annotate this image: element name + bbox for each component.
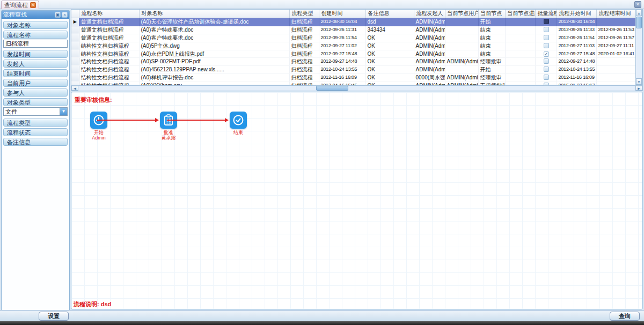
window-close-icon[interactable]: × <box>634 1 641 8</box>
settings-button[interactable]: 设置 <box>39 312 69 321</box>
batch-checkbox[interactable] <box>544 27 549 32</box>
cell: 2012-09-27 14:48 <box>557 57 596 65</box>
cell: OK <box>365 65 414 73</box>
tab-label: 查询流程 <box>4 1 28 9</box>
cell <box>505 65 535 73</box>
batch-checkbox[interactable] <box>544 67 549 72</box>
cell: 结束 <box>478 26 505 34</box>
cell: 2012-09-26 11:31 <box>319 26 365 34</box>
batch-checkbox-cell <box>535 57 557 65</box>
cell: 2012-09-27 15:48 <box>557 50 596 57</box>
query-button[interactable]: 查询 <box>610 312 640 321</box>
row-marker <box>71 57 79 65</box>
filter-process-type[interactable]: 流程类型 <box>3 119 68 127</box>
filter-process-status[interactable]: 流程状态 <box>3 128 68 136</box>
col-header-process-type[interactable]: 流程类型 <box>289 10 319 18</box>
scroll-left-icon[interactable]: ◀ <box>71 86 78 91</box>
col-header-node-user[interactable]: 当前节点用户 <box>445 10 478 18</box>
process-description: 流程说明: dsd <box>74 300 111 308</box>
cell: 开始 <box>478 18 505 26</box>
filter-participant[interactable]: 参与人 <box>3 88 68 97</box>
cell <box>505 18 535 26</box>
col-header-current-node[interactable]: 当前节点 <box>478 10 505 18</box>
batch-checkbox-cell: ✓ <box>535 50 557 57</box>
cell: 归档流程 <box>289 73 319 82</box>
table-row[interactable]: 普通文档归档流程(A0)客户特殊要求.doc归档流程2012-09-26 11:… <box>71 34 636 42</box>
table-vertical-scrollbar[interactable]: ▲ ▼ <box>635 9 642 85</box>
cell: 结构性文档归档流程 <box>79 42 139 50</box>
cell: OK <box>365 73 414 82</box>
col-header-initiator[interactable]: 流程发起人 <box>414 10 445 18</box>
filter-initiator[interactable]: 发起人 <box>3 60 68 68</box>
col-header-object-name[interactable]: 对象名称 <box>139 10 289 18</box>
object-type-selected-value: 文件 <box>4 108 60 115</box>
cell: 0000(周永强) <box>414 73 445 82</box>
table-row[interactable]: 结构性文档归档流程(A0)5P主体.dwg归档流程2012-09-27 11:0… <box>71 42 636 50</box>
flow-node-approve[interactable]: 批准 黄承露 <box>147 112 190 141</box>
process-name-input[interactable] <box>3 40 68 48</box>
table-row[interactable]: 结构性文档归档流程(A0)4562128.129PPAP new.xls....… <box>71 65 636 73</box>
col-header-end-time[interactable]: 流程结束时间 <box>596 10 636 18</box>
tab-bar: 查询流程 × × <box>0 0 644 9</box>
flow-node-end[interactable]: 结束 <box>217 112 260 135</box>
table-row[interactable]: ▶普通文档归档流程(A0)天心管理软件产品培训体验会-邀请函.doc归档流程20… <box>71 18 636 26</box>
cell: 2012-09-27 11:03 <box>557 42 596 50</box>
table-row[interactable]: 结构性文档归档流程(A0)永信PDM上线报告.pdf归档流程2012-09-27… <box>71 50 636 57</box>
end-node-box[interactable] <box>230 112 247 129</box>
filter-end-time[interactable]: 结束时间 <box>3 69 68 77</box>
cell: 2012-09-26 11:54 <box>557 34 596 42</box>
batch-checkbox[interactable] <box>544 19 549 24</box>
end-node-label: 结束 <box>217 130 260 135</box>
cell <box>505 42 535 50</box>
col-header-node-progress[interactable]: 当前节点进度 <box>505 10 535 18</box>
cell: 归档流程 <box>289 26 319 34</box>
object-type-select[interactable]: 文件▼ <box>3 107 68 116</box>
pin-icon[interactable]: ▣ <box>55 12 61 18</box>
batch-checkbox[interactable] <box>544 35 549 40</box>
table-row[interactable]: 结构性文档归档流程(A0)SP-002FMT-PDF.pdf归档流程2012-0… <box>71 57 636 65</box>
table-row[interactable]: 结构性文档归档流程(A0)样机评审报告.doc归档流程2012-11-16 16… <box>71 73 636 82</box>
corner-cell <box>71 10 79 18</box>
filter-object-type[interactable]: 对象类型 <box>3 98 68 106</box>
row-marker <box>71 34 79 42</box>
scroll-down-icon[interactable]: ▼ <box>636 78 642 85</box>
col-header-batch[interactable]: 批量流程 <box>535 10 557 18</box>
flow-node-start[interactable]: 开始 Admin <box>77 112 120 141</box>
cell: 开始 <box>478 65 505 73</box>
col-header-remark[interactable]: 备注信息 <box>365 10 414 18</box>
filter-object-name[interactable]: 对象名称 <box>3 21 68 29</box>
scroll-right-icon[interactable]: ▶ <box>635 86 642 91</box>
table-horizontal-scrollbar[interactable]: ◀ ▶ <box>71 85 643 91</box>
cell: 2012-09-27 11:02 <box>319 42 365 50</box>
cell: 经理批审 <box>478 73 505 82</box>
batch-checkbox[interactable] <box>544 43 549 48</box>
hscroll-thumb[interactable] <box>316 86 348 91</box>
batch-checkbox[interactable] <box>544 75 549 80</box>
filter-remark[interactable]: 备注信息 <box>3 138 68 146</box>
tab-close-icon[interactable]: × <box>30 2 36 8</box>
table-header: 流程名称 对象名称 流程类型 创建时间 备注信息 流程发起人 当前节点用户 当前… <box>71 10 636 18</box>
table-row[interactable]: 普通文档归档流程(A0)客户特殊要求.doc归档流程2012-09-26 11:… <box>71 26 636 34</box>
vscroll-thumb[interactable] <box>636 17 642 28</box>
batch-checkbox[interactable] <box>544 58 549 64</box>
cell: (A0)天心管理软件产品培训体验会-邀请函.doc <box>139 18 289 26</box>
cell: 2012-09-26 11:54 <box>319 34 365 42</box>
col-header-start-time[interactable]: 流程开始时间 <box>557 10 596 18</box>
filter-process-name[interactable]: 流程名称 <box>3 31 68 39</box>
batch-checkbox-cell <box>535 65 557 73</box>
cell: 2012-09-26 11:33 <box>557 26 596 34</box>
scroll-up-icon[interactable]: ▲ <box>636 10 642 16</box>
col-header-process-name[interactable]: 流程名称 <box>79 10 139 18</box>
filter-current-user[interactable]: 当前用户 <box>3 79 68 87</box>
cell: 归档流程 <box>289 34 319 42</box>
col-header-created-time[interactable]: 创建时间 <box>319 10 365 18</box>
close-panel-icon[interactable]: × <box>62 12 68 18</box>
chevron-down-icon[interactable]: ▼ <box>60 108 67 115</box>
batch-checkbox[interactable]: ✓ <box>544 51 549 57</box>
audit-info-label: 重要审核信息: <box>75 96 112 104</box>
node-label-line: Admin <box>77 135 120 141</box>
filter-launch-time[interactable]: 发起时间 <box>3 50 68 58</box>
cell: 归档流程 <box>289 57 319 65</box>
cell: 2012-09-26 11:57 <box>596 34 636 42</box>
tab-query-process[interactable]: 查询流程 × <box>1 1 39 9</box>
